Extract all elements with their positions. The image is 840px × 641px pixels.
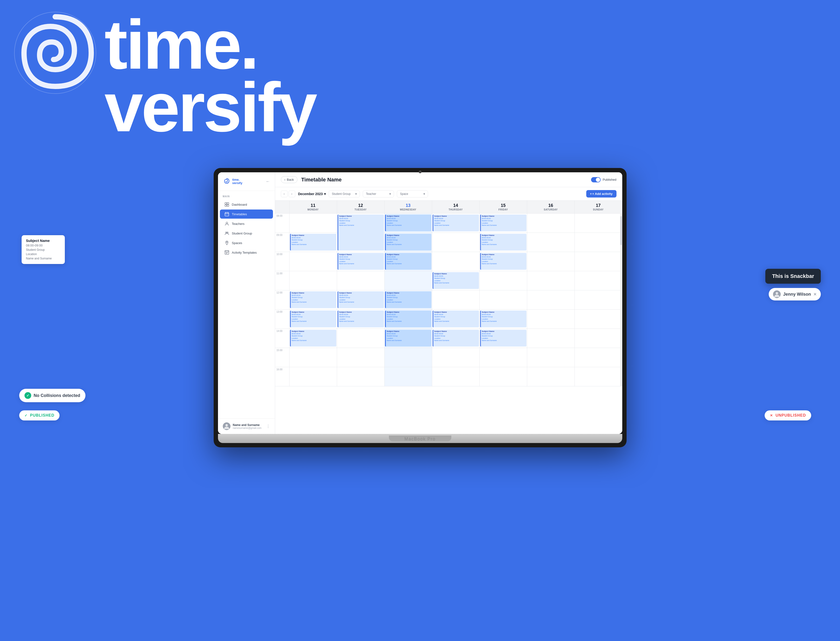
teacher-filter[interactable]: Teacher ▾ [363, 190, 394, 198]
collision-check-icon: ✓ [24, 392, 31, 399]
sidebar-item-dashboard[interactable]: Dashboard [220, 200, 273, 209]
user-chip-close-button[interactable]: ✕ [813, 292, 816, 296]
prev-week-button[interactable]: ‹ [281, 190, 288, 197]
subject-card-title: Subject Name [26, 238, 61, 243]
spiral-logo [10, 7, 101, 98]
event-block[interactable]: Subject Name 08:00-09:00 Student Group L… [480, 330, 526, 346]
template-icon [225, 250, 229, 254]
event-block[interactable]: Subject Name 08:00-09:00 Student Group L… [290, 311, 336, 327]
brand-name: time. versify [105, 13, 316, 139]
calendar: 11 MONDAY 12 TUESDAY 13 WEDNESDAY 14 [275, 201, 622, 434]
subject-card-time: 08:00-09:00 [26, 243, 61, 247]
space-filter[interactable]: Space ▾ [397, 190, 428, 198]
sidebar-student-group-label: Student Group [232, 232, 252, 235]
event-block[interactable]: Subject Name 08:00-09:00 Student Group L… [385, 234, 431, 251]
unpublished-badge: ✕ UNPUBLISHED [764, 411, 811, 420]
day-col-thu[interactable]: Subject Name 08:00-09:00 Student Group L… [432, 214, 480, 387]
event-block[interactable]: Subject Name 08:00-09:00 Student Group L… [480, 311, 526, 327]
event-block[interactable]: Subject Name 08:00-09:00 Student Group L… [385, 330, 431, 346]
day-col-wed[interactable]: Subject Name 08:00-09:00 Student Group L… [385, 214, 432, 387]
day-col-sun[interactable] [575, 214, 622, 387]
sidebar-timetables-label: Timetables [232, 213, 247, 216]
sidebar-item-teachers[interactable]: Teachers [220, 219, 273, 228]
macbook-label: MacBook Pro [404, 436, 435, 441]
day-header-sat: 16 SATURDAY [527, 201, 575, 213]
macbook-container: time. versify ← MAIN Dashboard [214, 168, 627, 447]
event-block[interactable]: Subject Name 08:00-09:00 Student Group L… [433, 330, 479, 346]
svg-point-20 [776, 292, 778, 295]
event-block[interactable]: Subject Name 08:00-09:00 Student Group L… [480, 214, 526, 231]
svg-rect-13 [225, 251, 229, 254]
svg-rect-5 [225, 213, 229, 216]
student-group-chevron-icon: ▾ [355, 192, 357, 196]
calendar-header: 11 MONDAY 12 TUESDAY 13 WEDNESDAY 14 [275, 201, 622, 214]
sidebar-item-activity-templates[interactable]: Activity Templates [220, 248, 273, 257]
prev-arrow-icon: ‹ [284, 192, 285, 196]
nav-arrows: ‹ › [281, 190, 295, 197]
next-week-button[interactable]: › [289, 190, 295, 197]
calendar-icon [225, 212, 229, 216]
unpublished-badge-label: UNPUBLISHED [776, 413, 806, 417]
main-header: ‹ Back Timetable Name Published [275, 172, 622, 187]
unpublished-x-icon: ✕ [770, 414, 773, 417]
event-block[interactable]: Subject Name 08:00-09:00 Student Group L… [385, 311, 431, 327]
back-button[interactable]: ‹ Back [281, 176, 297, 183]
day-col-tue[interactable]: Subject Name 08:00-09:00 Student Group L… [337, 214, 385, 387]
event-block[interactable]: Subject Name 08:00-09:00 Student Group L… [337, 311, 384, 327]
scrollbar[interactable] [620, 214, 622, 387]
page-title: Timetable Name [301, 177, 342, 183]
sidebar-logo-icon [223, 177, 231, 185]
day-col-mon[interactable]: Subject Name 08:00-09:00 Student Group L… [290, 214, 337, 387]
main-content: ‹ Back Timetable Name Published [275, 172, 622, 434]
event-block[interactable]: Subject Name 08:00-09:00 Student Group L… [433, 272, 479, 289]
event-block[interactable]: Subject Name 08:00-09:00 Student Group L… [290, 330, 336, 346]
sidebar-item-student-group[interactable]: Student Group [220, 229, 273, 238]
event-block[interactable]: Subject Name 08:00-09:00 Student Group L… [290, 234, 336, 251]
month-chevron-icon: ▾ [324, 192, 326, 196]
event-block[interactable]: Subject Name 08:00-09:00 Student Group L… [385, 292, 431, 308]
published-label: Published [603, 178, 616, 182]
subject-info-card: Subject Name 08:00-09:00 Student Group L… [22, 235, 65, 264]
sidebar-item-spaces[interactable]: Spaces [220, 238, 273, 247]
sidebar-activity-templates-label: Activity Templates [232, 251, 257, 254]
event-block[interactable]: Subject Name 08:00-09:00 Student Group L… [385, 253, 431, 270]
next-arrow-icon: › [292, 192, 292, 196]
published-badge-label: PUBLISHED [30, 413, 54, 417]
space-chevron-icon: ▾ [424, 192, 425, 196]
event-block[interactable]: Subject Name 08:00-09:00 Student Group L… [480, 234, 526, 251]
month-label: December 2023 [298, 192, 323, 196]
sidebar-section-label: MAIN [218, 191, 275, 200]
user-menu-button[interactable]: ⋮ [266, 424, 270, 428]
grid-icon [225, 202, 229, 207]
svg-point-12 [226, 242, 227, 243]
day-col-fri[interactable]: Subject Name 08:00-09:00 Student Group L… [480, 214, 527, 387]
day-header-mon: 11 MONDAY [290, 201, 337, 213]
event-block[interactable]: Subject Name 08:00-09:00 Student Group L… [337, 253, 384, 270]
user-chip: Jenny Wilson ✕ [769, 288, 821, 300]
event-block[interactable]: Subject Name 08:00-09:00 Student Group L… [385, 214, 431, 231]
toggle-switch[interactable] [591, 177, 601, 182]
published-badge: ✓ PUBLISHED [19, 411, 60, 420]
event-block[interactable]: Subject Name 08:00-09:00 Student Group L… [480, 253, 526, 270]
student-group-filter[interactable]: Student Group ▾ [329, 190, 360, 198]
add-activity-button[interactable]: + + Add activity [586, 190, 616, 198]
back-chevron-icon: ‹ [284, 178, 285, 182]
day-header-fri: 15 FRIDAY [480, 201, 527, 213]
svg-rect-3 [225, 205, 227, 206]
day-header-thu: 14 THURSDAY [432, 201, 480, 213]
collision-text: No Collisions detected [34, 393, 80, 398]
event-block[interactable]: Subject Name 08:00-09:00 Student Group L… [337, 292, 384, 308]
month-selector[interactable]: December 2023 ▾ [298, 192, 326, 196]
published-toggle[interactable]: Published [591, 177, 616, 182]
day-header-wed: 13 WEDNESDAY [385, 201, 432, 213]
day-col-sat[interactable] [527, 214, 575, 387]
event-block[interactable]: Subject Name 08:00-09:00 Student Group L… [433, 311, 479, 327]
sidebar-footer: Name and Surname namesurname@gmail.com ⋮ [218, 418, 275, 434]
event-block[interactable]: Subject Name 08:00-09:00 Student Group L… [290, 292, 336, 308]
day-header-sun: 17 SUNDAY [575, 201, 622, 213]
sidebar-user: Name and Surname namesurname@gmail.com [223, 422, 262, 430]
sidebar-item-timetables[interactable]: Timetables [220, 209, 273, 219]
event-block[interactable]: Subject Name 08:00-09:00 Student Group L… [433, 214, 479, 231]
sidebar-collapse-button[interactable]: ← [266, 179, 270, 184]
scrollbar-thumb[interactable] [620, 216, 622, 245]
